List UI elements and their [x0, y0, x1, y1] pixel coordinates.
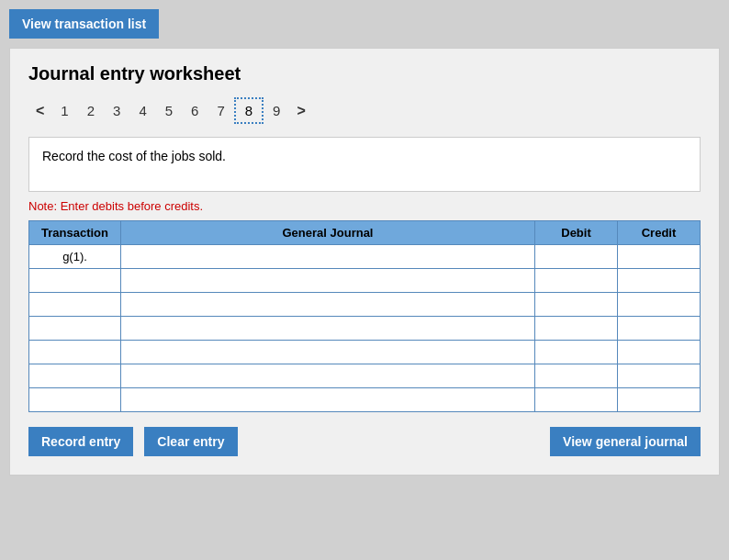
- cell-journal-0[interactable]: [121, 245, 535, 269]
- input-credit-3[interactable]: [623, 321, 694, 335]
- clear-entry-button[interactable]: Clear entry: [144, 427, 237, 456]
- cell-journal-2[interactable]: [121, 293, 535, 317]
- input-credit-6[interactable]: [623, 393, 694, 407]
- input-journal-0[interactable]: [127, 250, 529, 263]
- input-debit-6[interactable]: [541, 393, 611, 407]
- input-credit-5[interactable]: [623, 369, 694, 383]
- input-debit-3[interactable]: [541, 321, 611, 335]
- input-credit-1[interactable]: [623, 274, 694, 287]
- cell-credit-2[interactable]: [618, 293, 701, 317]
- input-credit-0[interactable]: [623, 250, 694, 263]
- input-debit-5[interactable]: [541, 369, 611, 383]
- cell-debit-6[interactable]: [535, 388, 618, 412]
- input-debit-2[interactable]: [541, 297, 611, 311]
- next-arrow[interactable]: >: [289, 99, 312, 123]
- page-7[interactable]: 7: [207, 99, 233, 122]
- button-row: Record entry Clear entry View general jo…: [28, 427, 701, 456]
- page-8[interactable]: 8: [234, 97, 264, 124]
- cell-transaction-6: [29, 388, 121, 412]
- page-6[interactable]: 6: [182, 99, 207, 122]
- table-row: [29, 293, 701, 317]
- cell-debit-2[interactable]: [535, 293, 618, 317]
- col-header-transaction: Transaction: [29, 221, 121, 245]
- input-credit-4[interactable]: [623, 345, 694, 359]
- cell-transaction-2: [29, 293, 121, 317]
- cell-credit-6[interactable]: [618, 388, 701, 412]
- pagination: < 1 2 3 4 5 6 7 8 9 >: [28, 97, 701, 124]
- col-header-debit: Debit: [535, 221, 618, 245]
- table-row: [29, 388, 701, 412]
- input-journal-1[interactable]: [127, 274, 529, 287]
- top-bar: View transaction list: [9, 9, 720, 39]
- record-entry-button[interactable]: Record entry: [28, 427, 133, 456]
- cell-credit-1[interactable]: [618, 269, 701, 293]
- note-text: Note: Enter debits before credits.: [28, 199, 701, 213]
- page-2[interactable]: 2: [78, 99, 104, 122]
- page-3[interactable]: 3: [104, 99, 129, 122]
- cell-transaction-4: [29, 341, 121, 364]
- cell-transaction-1: [29, 269, 121, 293]
- cell-transaction-5: [29, 364, 121, 388]
- cell-journal-1[interactable]: [121, 269, 535, 293]
- cell-debit-0[interactable]: [535, 245, 618, 269]
- prev-arrow[interactable]: <: [28, 99, 51, 123]
- cell-journal-3[interactable]: [121, 317, 535, 341]
- page-9[interactable]: 9: [264, 99, 289, 122]
- col-header-journal: General Journal: [121, 221, 535, 245]
- cell-journal-6[interactable]: [121, 388, 535, 412]
- view-transaction-list-button[interactable]: View transaction list: [9, 9, 159, 39]
- cell-credit-5[interactable]: [618, 364, 701, 388]
- input-journal-5[interactable]: [127, 369, 529, 383]
- worksheet-container: Journal entry worksheet < 1 2 3 4 5 6 7 …: [9, 48, 720, 476]
- journal-table: Transaction General Journal Debit Credit…: [28, 220, 701, 412]
- cell-debit-4[interactable]: [535, 341, 618, 364]
- cell-journal-4[interactable]: [121, 341, 535, 364]
- cell-debit-3[interactable]: [535, 317, 618, 341]
- cell-transaction-0: g(1).: [29, 245, 121, 269]
- cell-credit-4[interactable]: [618, 341, 701, 364]
- input-credit-2[interactable]: [623, 297, 694, 311]
- table-row: [29, 317, 701, 341]
- input-debit-0[interactable]: [541, 250, 611, 263]
- worksheet-title: Journal entry worksheet: [28, 63, 701, 84]
- page-4[interactable]: 4: [129, 99, 155, 122]
- cell-debit-5[interactable]: [535, 364, 618, 388]
- cell-credit-3[interactable]: [618, 317, 701, 341]
- input-journal-2[interactable]: [127, 297, 529, 311]
- input-journal-3[interactable]: [127, 321, 529, 335]
- cell-credit-0[interactable]: [618, 245, 701, 269]
- table-row: [29, 364, 701, 388]
- input-debit-4[interactable]: [541, 345, 611, 359]
- cell-debit-1[interactable]: [535, 269, 618, 293]
- table-row: g(1).: [29, 245, 701, 269]
- view-general-journal-button[interactable]: View general journal: [550, 427, 701, 456]
- page-1[interactable]: 1: [51, 99, 77, 122]
- input-journal-4[interactable]: [127, 345, 529, 359]
- table-row: [29, 341, 701, 364]
- cell-transaction-3: [29, 317, 121, 341]
- input-debit-1[interactable]: [541, 274, 611, 287]
- instruction-box: Record the cost of the jobs sold.: [28, 137, 701, 192]
- col-header-credit: Credit: [618, 221, 701, 245]
- cell-journal-5[interactable]: [121, 364, 535, 388]
- input-journal-6[interactable]: [127, 393, 529, 407]
- page-5[interactable]: 5: [156, 99, 182, 122]
- table-row: [29, 269, 701, 293]
